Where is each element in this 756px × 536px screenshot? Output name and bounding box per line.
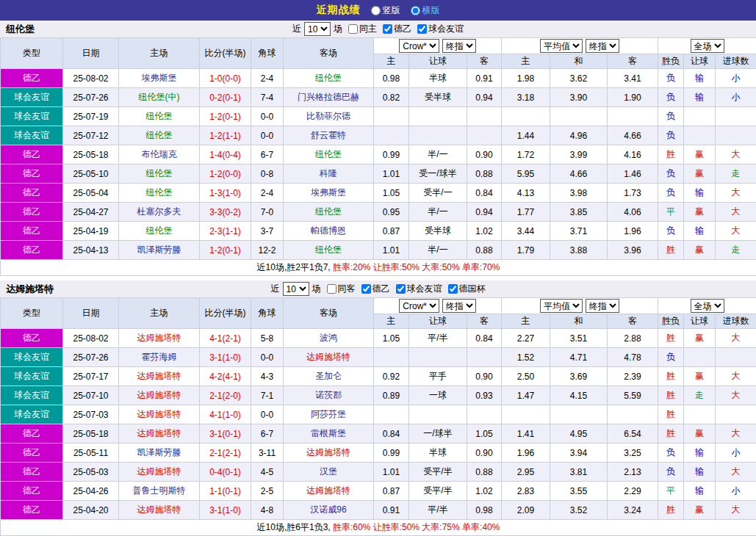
goals-result-flag <box>716 405 756 424</box>
away-team-link[interactable]: 科隆 <box>284 164 374 184</box>
home-team-link[interactable]: 纽伦堡 <box>119 126 200 145</box>
score-halftime-link[interactable]: 4-1(2-1) <box>200 329 251 348</box>
away-team-link[interactable]: 纽伦堡 <box>284 69 374 88</box>
de2-checkbox[interactable] <box>361 284 371 294</box>
scope-select[interactable]: 全场 <box>691 39 724 53</box>
home-team-link[interactable]: 凯泽斯劳滕 <box>119 443 200 463</box>
home-team-link[interactable]: 达姆施塔特 <box>119 424 200 443</box>
asia-index-select[interactable]: 终指 <box>442 299 476 313</box>
away-team-link[interactable]: 比勒菲尔德 <box>284 107 374 126</box>
away-team-link[interactable]: 汉堡 <box>284 463 374 482</box>
away-team-link[interactable]: 埃弗斯堡 <box>284 184 374 203</box>
home-team-link[interactable]: 达姆施塔特 <box>119 386 200 405</box>
layout-horizontal-radio[interactable]: 横版 <box>411 4 440 17</box>
away-team-link[interactable]: 纽伦堡 <box>284 203 374 222</box>
eu-avg-select[interactable]: 平均值 <box>540 299 583 313</box>
vertical-radio-input[interactable] <box>371 6 381 15</box>
same-home-checkbox[interactable] <box>348 24 358 34</box>
away-team-link[interactable]: 达姆施塔特 <box>284 348 374 367</box>
score-halftime-link[interactable]: 3-1(0-1) <box>200 424 251 443</box>
eu-odds-away: 3.24 <box>608 501 658 520</box>
home-team-link[interactable]: 凯泽斯劳滕 <box>119 241 200 260</box>
eu-avg-select[interactable]: 平均值 <box>540 39 583 53</box>
home-team-link[interactable]: 埃弗斯堡 <box>119 69 200 88</box>
col-type: 类型 <box>1 298 63 329</box>
home-team-link[interactable]: 纽伦堡 <box>119 222 200 241</box>
score-halftime-link[interactable]: 1-0(0-0) <box>200 69 251 88</box>
score-halftime-link[interactable]: 1-3(1-0) <box>200 184 251 203</box>
home-team-link[interactable]: 达姆施塔特 <box>119 405 200 424</box>
home-team-link[interactable]: 布伦瑞克 <box>119 145 200 164</box>
filter-german-cup[interactable]: 德国杯 <box>445 283 486 295</box>
home-team-link[interactable]: 纽伦堡 <box>119 107 200 126</box>
away-team-link[interactable]: 雷根斯堡 <box>284 424 374 443</box>
eu-odds-away: 1.90 <box>608 88 658 107</box>
away-team-link[interactable]: 门兴格拉德巴赫 <box>284 88 374 107</box>
away-team-link[interactable]: 帕德博恩 <box>284 222 374 241</box>
filter-league-de2[interactable]: 德乙 <box>380 23 411 35</box>
col-asia-handicap: 让球 <box>409 314 467 329</box>
home-team-link[interactable]: 达姆施塔特 <box>119 501 200 520</box>
horizontal-radio-label: 横版 <box>422 4 440 17</box>
eu-odds-away: 3.25 <box>608 443 658 463</box>
same-away-checkbox[interactable] <box>327 284 336 294</box>
score-halftime-link[interactable]: 4-2(4-1) <box>200 367 251 386</box>
home-team-link[interactable]: 霍芬海姆 <box>119 348 200 367</box>
score-halftime-link[interactable]: 1-2(0-0) <box>200 164 251 184</box>
filter-same-home[interactable]: 同主 <box>345 23 377 35</box>
bookmaker-select[interactable]: Crow* <box>399 39 439 53</box>
de2-checkbox[interactable] <box>383 24 392 34</box>
away-team-link[interactable]: 纽伦堡 <box>284 241 374 260</box>
score-halftime-link[interactable]: 1-4(0-4) <box>200 145 251 164</box>
home-team-link[interactable]: 纽伦堡 <box>119 164 200 184</box>
score-halftime-link[interactable]: 4-1(1-0) <box>200 405 251 424</box>
recent-count-select[interactable]: 10 <box>304 22 331 36</box>
filter-league-de2[interactable]: 德乙 <box>359 283 390 295</box>
asia-handicap <box>409 107 467 126</box>
club-friendly-checkbox[interactable] <box>417 24 427 34</box>
recent-count-select[interactable]: 10 <box>283 282 309 296</box>
score-halftime-link[interactable]: 2-1(2-1) <box>200 443 251 463</box>
asia-index-select[interactable]: 终指 <box>442 39 476 53</box>
club-friendly-checkbox[interactable] <box>396 284 406 294</box>
eu-index-select[interactable]: 终指 <box>586 39 619 53</box>
score-halftime-link[interactable]: 2-3(1-1) <box>200 222 251 241</box>
home-team-link[interactable]: 纽伦堡(中) <box>119 88 200 107</box>
score-halftime-link[interactable]: 0-2(0-1) <box>200 88 251 107</box>
filter-club-friendly[interactable]: 球会友谊 <box>414 23 464 35</box>
score-halftime-link[interactable]: 2-1(2-0) <box>200 386 251 405</box>
scope-select[interactable]: 全场 <box>691 299 724 313</box>
bookmaker-select[interactable]: Crow* <box>399 299 439 313</box>
away-team-link[interactable]: 舒云霍特 <box>284 126 374 145</box>
league-type-badge: 球会友谊 <box>1 348 63 367</box>
home-team-link[interactable]: 普鲁士明斯特 <box>119 482 200 501</box>
home-team-link[interactable]: 达姆施塔特 <box>119 367 200 386</box>
home-team-link[interactable]: 达姆施塔特 <box>119 463 200 482</box>
away-team-link[interactable]: 达姆施塔特 <box>284 443 374 463</box>
away-team-link[interactable]: 汉诺威96 <box>284 501 374 520</box>
away-team-link[interactable]: 纽伦堡 <box>284 145 374 164</box>
score-halftime-link[interactable]: 1-2(1-1) <box>200 126 251 145</box>
home-team-link[interactable]: 达姆施塔特 <box>119 329 200 348</box>
eu-index-select[interactable]: 终指 <box>586 299 619 313</box>
away-team-link[interactable]: 诺茨郡 <box>284 386 374 405</box>
horizontal-radio-input[interactable] <box>411 6 420 15</box>
filter-club-friendly[interactable]: 球会友谊 <box>393 283 442 295</box>
away-team-link[interactable]: 波鸿 <box>284 329 374 348</box>
eu-odds-away: 4.66 <box>608 126 658 145</box>
home-team-link[interactable]: 纽伦堡 <box>119 184 200 203</box>
filter-same-away[interactable]: 同客 <box>324 283 356 295</box>
home-team-link[interactable]: 杜塞尔多夫 <box>119 203 200 222</box>
score-halftime-link[interactable]: 0-4(0-1) <box>200 463 251 482</box>
score-halftime-link[interactable]: 3-3(0-2) <box>200 203 251 222</box>
score-halftime-link[interactable]: 3-1(1-0) <box>200 501 251 520</box>
away-team-link[interactable]: 达姆施塔特 <box>284 482 374 501</box>
score-halftime-link[interactable]: 1-2(0-1) <box>200 107 251 126</box>
away-team-link[interactable]: 圣加仑 <box>284 367 374 386</box>
score-halftime-link[interactable]: 1-1(0-1) <box>200 482 251 501</box>
score-halftime-link[interactable]: 3-1(1-0) <box>200 348 251 367</box>
score-halftime-link[interactable]: 1-2(0-1) <box>200 241 251 260</box>
layout-vertical-radio[interactable]: 竖版 <box>371 4 400 17</box>
away-team-link[interactable]: 阿莎芬堡 <box>284 405 374 424</box>
german-cup-checkbox[interactable] <box>448 284 458 294</box>
